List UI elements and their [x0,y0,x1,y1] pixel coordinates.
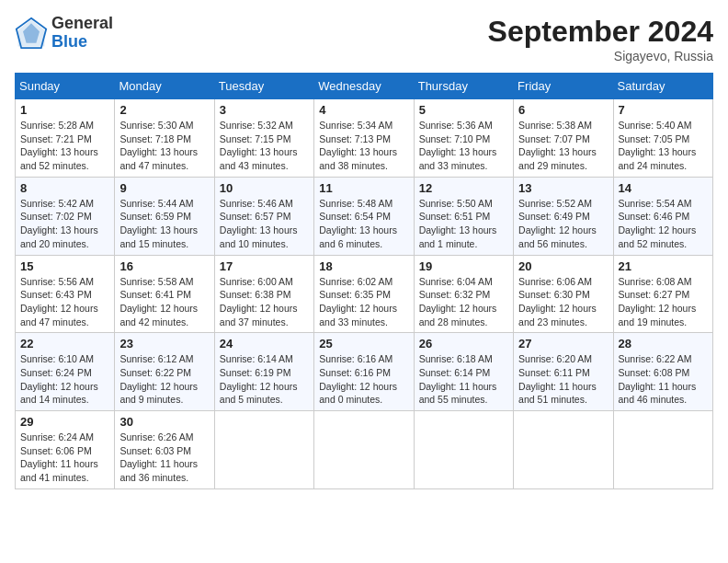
daylight-text: Daylight: 13 hours and 1 minute. [419,224,497,249]
day-number: 25 [319,337,408,350]
sunrise-text: Sunrise: 5:40 AM [619,120,692,131]
day-info: Sunrise: 6:14 AM Sunset: 6:19 PM Dayligh… [220,352,309,407]
sunrise-text: Sunrise: 6:08 AM [619,276,692,287]
calendar-week-row: 22 Sunrise: 6:10 AM Sunset: 6:24 PM Dayl… [16,333,713,411]
daylight-text: Daylight: 13 hours and 24 minutes. [619,146,697,171]
sunset-text: Sunset: 6:38 PM [220,289,291,300]
calendar-day-cell: 21 Sunrise: 6:08 AM Sunset: 6:27 PM Dayl… [613,255,712,333]
daylight-text: Daylight: 12 hours and 33 minutes. [319,303,397,327]
daylight-text: Daylight: 13 hours and 10 minutes. [220,224,298,249]
calendar-week-row: 1 Sunrise: 5:28 AM Sunset: 7:21 PM Dayli… [16,99,713,178]
sunset-text: Sunset: 6:16 PM [319,367,391,378]
day-info: Sunrise: 6:04 AM Sunset: 6:32 PM Dayligh… [419,275,508,329]
daylight-text: Daylight: 13 hours and 43 minutes. [220,146,298,171]
weekday-header-tuesday: Tuesday [214,74,313,99]
sunrise-text: Sunrise: 5:56 AM [20,276,94,287]
day-number: 26 [419,337,508,350]
day-number: 5 [419,103,508,117]
logo-general: General [51,14,113,32]
day-number: 17 [220,259,309,273]
daylight-text: Daylight: 13 hours and 15 minutes. [119,224,198,249]
day-info: Sunrise: 5:46 AM Sunset: 6:57 PM Dayligh… [220,197,309,251]
daylight-text: Daylight: 11 hours and 36 minutes. [119,458,198,483]
day-number: 8 [20,181,109,195]
sunrise-text: Sunrise: 5:34 AM [319,120,392,131]
calendar-day-cell: 10 Sunrise: 5:46 AM Sunset: 6:57 PM Dayl… [214,177,313,255]
daylight-text: Daylight: 12 hours and 37 minutes. [220,303,298,327]
calendar-week-row: 8 Sunrise: 5:42 AM Sunset: 7:02 PM Dayli… [16,177,713,255]
day-info: Sunrise: 6:22 AM Sunset: 6:08 PM Dayligh… [619,352,708,407]
day-info: Sunrise: 6:16 AM Sunset: 6:16 PM Dayligh… [319,352,408,407]
sunset-text: Sunset: 6:11 PM [518,367,590,378]
sunset-text: Sunset: 7:15 PM [220,133,291,144]
sunrise-text: Sunrise: 5:30 AM [119,120,193,131]
sunset-text: Sunset: 6:08 PM [619,367,690,378]
weekday-header-row: SundayMondayTuesdayWednesdayThursdayFrid… [16,74,713,99]
calendar-day-cell: 9 Sunrise: 5:44 AM Sunset: 6:59 PM Dayli… [115,177,214,255]
daylight-text: Daylight: 13 hours and 52 minutes. [20,146,98,171]
day-info: Sunrise: 6:00 AM Sunset: 6:38 PM Dayligh… [220,275,309,329]
day-info: Sunrise: 6:08 AM Sunset: 6:27 PM Dayligh… [619,275,708,329]
calendar-day-cell: 19 Sunrise: 6:04 AM Sunset: 6:32 PM Dayl… [414,255,513,333]
sunrise-text: Sunrise: 5:28 AM [20,120,94,131]
calendar-day-cell: 13 Sunrise: 5:52 AM Sunset: 6:49 PM Dayl… [514,177,613,255]
day-number: 11 [319,181,408,195]
day-number: 23 [119,337,209,350]
sunset-text: Sunset: 6:59 PM [119,211,191,222]
day-number: 9 [119,181,209,195]
sunrise-text: Sunrise: 6:14 AM [220,353,293,364]
page-header: General Blue September 2024 Sigayevo, Ru… [15,15,713,63]
sunrise-text: Sunrise: 5:36 AM [419,120,493,131]
calendar-week-row: 29 Sunrise: 6:24 AM Sunset: 6:06 PM Dayl… [16,411,713,489]
daylight-text: Daylight: 12 hours and 9 minutes. [119,381,198,406]
sunrise-text: Sunrise: 5:52 AM [518,198,592,209]
calendar-day-cell: 28 Sunrise: 6:22 AM Sunset: 6:08 PM Dayl… [613,333,712,411]
day-number: 3 [220,103,309,117]
day-number: 21 [619,259,708,273]
calendar-day-cell: 30 Sunrise: 6:26 AM Sunset: 6:03 PM Dayl… [115,411,214,489]
sunset-text: Sunset: 7:21 PM [20,133,92,144]
day-info: Sunrise: 6:12 AM Sunset: 6:22 PM Dayligh… [119,352,209,407]
day-info: Sunrise: 5:36 AM Sunset: 7:10 PM Dayligh… [419,119,508,173]
daylight-text: Daylight: 11 hours and 51 minutes. [518,381,597,406]
day-info: Sunrise: 6:20 AM Sunset: 6:11 PM Dayligh… [518,352,608,407]
weekday-header-friday: Friday [514,74,613,99]
weekday-header-thursday: Thursday [414,74,513,99]
sunset-text: Sunset: 7:05 PM [619,133,690,144]
sunset-text: Sunset: 6:06 PM [20,445,92,456]
day-info: Sunrise: 5:58 AM Sunset: 6:41 PM Dayligh… [119,275,209,329]
sunset-text: Sunset: 6:57 PM [220,211,291,222]
day-number: 10 [220,181,309,195]
day-number: 15 [20,259,109,273]
calendar-day-cell: 12 Sunrise: 5:50 AM Sunset: 6:51 PM Dayl… [414,177,513,255]
sunset-text: Sunset: 6:27 PM [619,289,690,300]
day-number: 6 [518,103,608,117]
calendar-day-cell: 7 Sunrise: 5:40 AM Sunset: 7:05 PM Dayli… [613,99,712,178]
weekday-header-monday: Monday [115,74,214,99]
sunset-text: Sunset: 7:13 PM [319,133,391,144]
sunset-text: Sunset: 6:19 PM [220,367,291,378]
sunset-text: Sunset: 6:32 PM [419,289,491,300]
daylight-text: Daylight: 12 hours and 42 minutes. [119,303,198,327]
sunrise-text: Sunrise: 6:06 AM [518,276,592,287]
sunrise-text: Sunrise: 5:32 AM [220,120,293,131]
day-number: 20 [518,259,608,273]
calendar-day-cell: 4 Sunrise: 5:34 AM Sunset: 7:13 PM Dayli… [314,99,414,178]
calendar-day-cell: 3 Sunrise: 5:32 AM Sunset: 7:15 PM Dayli… [214,99,313,178]
calendar-day-cell: 6 Sunrise: 5:38 AM Sunset: 7:07 PM Dayli… [514,99,613,178]
day-info: Sunrise: 5:38 AM Sunset: 7:07 PM Dayligh… [518,119,608,173]
month-year: September 2024 [488,15,713,49]
day-number: 24 [220,337,309,350]
day-info: Sunrise: 6:26 AM Sunset: 6:03 PM Dayligh… [119,431,209,485]
sunrise-text: Sunrise: 5:48 AM [319,198,392,209]
daylight-text: Daylight: 12 hours and 28 minutes. [419,303,497,327]
daylight-text: Daylight: 11 hours and 46 minutes. [619,381,697,406]
day-number: 16 [119,259,209,273]
daylight-text: Daylight: 12 hours and 19 minutes. [619,303,697,327]
sunset-text: Sunset: 6:35 PM [319,289,391,300]
day-number: 2 [119,103,209,117]
sunrise-text: Sunrise: 5:50 AM [419,198,493,209]
sunrise-text: Sunrise: 6:12 AM [119,353,193,364]
calendar-day-cell: 5 Sunrise: 5:36 AM Sunset: 7:10 PM Dayli… [414,99,513,178]
daylight-text: Daylight: 12 hours and 52 minutes. [619,224,697,249]
